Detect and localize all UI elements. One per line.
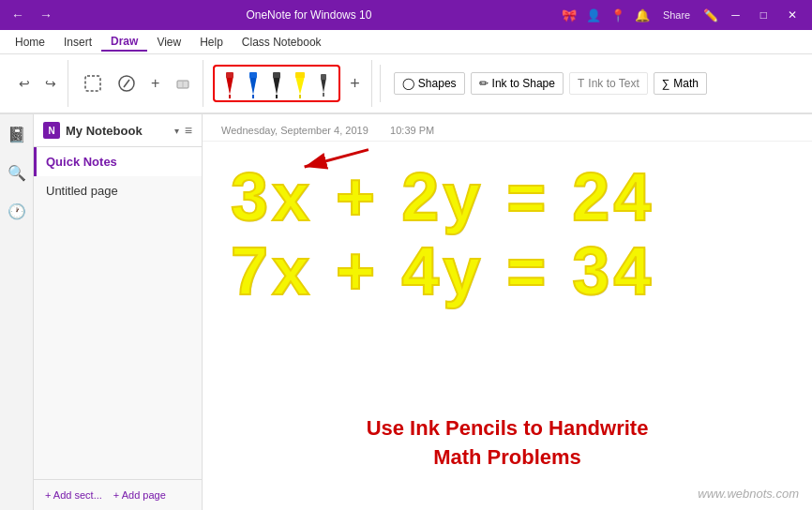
ribbon: ↩ ↪ + — [0, 54, 812, 114]
title-bar-left: ← → — [8, 6, 56, 24]
svg-rect-15 — [295, 72, 305, 78]
title-bar: ← → OneNote for Windows 10 🎀 👤 📍 🔔 Share… — [0, 0, 812, 30]
svg-marker-8 — [249, 76, 257, 95]
dark-pen-icon — [268, 68, 285, 98]
instruction-line-2: Math Problems — [203, 443, 812, 472]
menu-help[interactable]: Help — [190, 34, 233, 51]
eraser-icon — [174, 75, 191, 92]
svg-rect-18 — [321, 74, 326, 80]
undo-redo-section: ↩ ↪ — [8, 60, 68, 107]
lasso-icon — [83, 74, 102, 93]
menu-insert[interactable]: Insert — [54, 34, 101, 51]
ink-to-shape-button[interactable]: ✏ Ink to Shape — [471, 72, 564, 95]
shapes-button[interactable]: ◯ Shapes — [394, 72, 465, 95]
add-page-button[interactable]: + Add page — [110, 488, 170, 502]
dark-pen-button[interactable] — [266, 69, 287, 98]
page-item-quick-notes[interactable]: Quick Notes — [34, 147, 202, 176]
instruction-text: Use Ink Pencils to Handwrite Math Proble… — [203, 414, 812, 472]
redo-button[interactable]: ↪ — [39, 72, 62, 95]
main-content: Wednesday, September 4, 2019 10:39 PM 3x… — [203, 114, 812, 510]
location-icon[interactable]: 📍 — [610, 8, 625, 22]
page-time: 10:39 PM — [390, 125, 434, 136]
ink-to-text-label: Ink to Text — [588, 77, 639, 90]
add-pen-button[interactable]: + — [344, 70, 366, 98]
type-button[interactable] — [112, 70, 142, 97]
app-title: OneNote for Windows 10 — [56, 8, 562, 22]
title-icons: 🎀 👤 📍 🔔 Share ✏️ — [562, 8, 718, 22]
undo-button[interactable]: ↩ — [13, 72, 36, 95]
blue-pen-button[interactable] — [243, 69, 263, 98]
accounts-icon[interactable]: 👤 — [586, 8, 601, 22]
equation-line-2: 7x + 4y = 34 — [231, 234, 784, 308]
add-shape-icon: + — [151, 75, 159, 92]
math-label: Math — [673, 77, 699, 90]
menu-bar: Home Insert Draw View Help Class Noteboo… — [0, 30, 812, 54]
page-date: Wednesday, September 4, 2019 — [221, 125, 368, 136]
menu-class-notebook[interactable]: Class Notebook — [233, 34, 331, 51]
notebook-panel: N My Notebook ▾ ≡ Quick Notes Untitled p… — [34, 114, 203, 510]
minimize-button[interactable]: ─ — [724, 7, 747, 23]
close-button[interactable]: ✕ — [780, 7, 804, 23]
watermark: www.webnots.com — [698, 487, 799, 501]
math-button[interactable]: ∑ Math — [654, 72, 707, 95]
svg-line-2 — [124, 80, 129, 87]
yellow-pen-button[interactable] — [290, 69, 310, 98]
ink-to-text-button[interactable]: T Ink to Text — [569, 72, 648, 95]
menu-home[interactable]: Home — [6, 34, 54, 51]
page-item-untitled[interactable]: Untitled page — [34, 176, 202, 205]
ink-to-shape-icon: ✏ — [479, 77, 489, 90]
yellow-pen-icon — [292, 68, 308, 98]
sidebar-search-icon[interactable]: 🔍 — [4, 160, 30, 186]
notebook-name: My Notebook — [66, 124, 169, 138]
pen-tools-section: + — [207, 60, 372, 107]
maximize-button[interactable]: □ — [753, 7, 774, 23]
sidebar-recent-icon[interactable]: 🕐 — [4, 199, 30, 224]
menu-draw[interactable]: Draw — [101, 33, 147, 52]
ink-to-shape-label: Ink to Shape — [492, 77, 555, 90]
svg-marker-11 — [273, 76, 280, 95]
svg-rect-6 — [226, 72, 233, 78]
shapes-section: ◯ Shapes ✏ Ink to Shape T Ink to Text ∑ … — [388, 60, 713, 107]
svg-marker-14 — [295, 76, 305, 95]
app-body: 📓 🔍 🕐 N My Notebook ▾ ≡ Quick Notes Unti… — [0, 114, 812, 510]
back-button[interactable]: ← — [8, 6, 28, 24]
type-icon — [117, 74, 136, 93]
red-pen-icon — [221, 68, 238, 98]
shapes-icon: ◯ — [402, 77, 414, 90]
blue-pen-icon — [245, 68, 262, 98]
notebook-header: N My Notebook ▾ ≡ — [34, 114, 202, 147]
pen-tools-box — [213, 65, 340, 102]
forward-button[interactable]: → — [36, 6, 56, 24]
bell-icon[interactable]: 🔔 — [635, 8, 650, 22]
pen-edit-icon[interactable]: ✏️ — [703, 8, 718, 22]
red-pen-button[interactable] — [219, 69, 240, 98]
lasso-button[interactable] — [78, 70, 108, 97]
sort-icon[interactable]: ≡ — [185, 123, 192, 138]
notebook-dropdown-icon[interactable]: ▾ — [174, 126, 179, 136]
svg-rect-12 — [273, 72, 280, 78]
sidebar-icons: 📓 🔍 🕐 — [0, 114, 34, 510]
notebook-icon: N — [43, 122, 60, 139]
tools-section: + — [72, 60, 203, 107]
shapes-label: Shapes — [418, 77, 457, 90]
ink-to-text-icon: T — [578, 77, 584, 90]
sidebar-notebooks-icon[interactable]: 📓 — [4, 122, 30, 147]
ribbon-icon[interactable]: 🎀 — [562, 8, 577, 22]
svg-rect-9 — [249, 72, 257, 78]
eraser-button[interactable] — [169, 71, 197, 96]
add-section-button[interactable]: + Add sect... — [41, 488, 106, 502]
svg-rect-0 — [85, 76, 100, 91]
svg-marker-5 — [226, 76, 233, 95]
share-button[interactable]: Share — [659, 8, 694, 22]
pages-list: Quick Notes Untitled page — [34, 147, 202, 479]
undo-icon: ↩ — [19, 76, 30, 91]
page-canvas[interactable]: 3x + 2y = 24 7x + 4y = 34 Use Ink Pencil… — [203, 142, 812, 510]
add-shape-button[interactable]: + — [145, 71, 165, 96]
svg-marker-17 — [321, 78, 326, 93]
small-pen-button[interactable] — [313, 69, 334, 98]
add-pen-icon: + — [350, 74, 360, 94]
math-equations: 3x + 2y = 24 7x + 4y = 34 — [231, 160, 784, 308]
menu-view[interactable]: View — [147, 34, 190, 51]
ribbon-separator-1 — [380, 65, 381, 102]
panel-footer: + Add sect... + Add page — [34, 479, 202, 510]
